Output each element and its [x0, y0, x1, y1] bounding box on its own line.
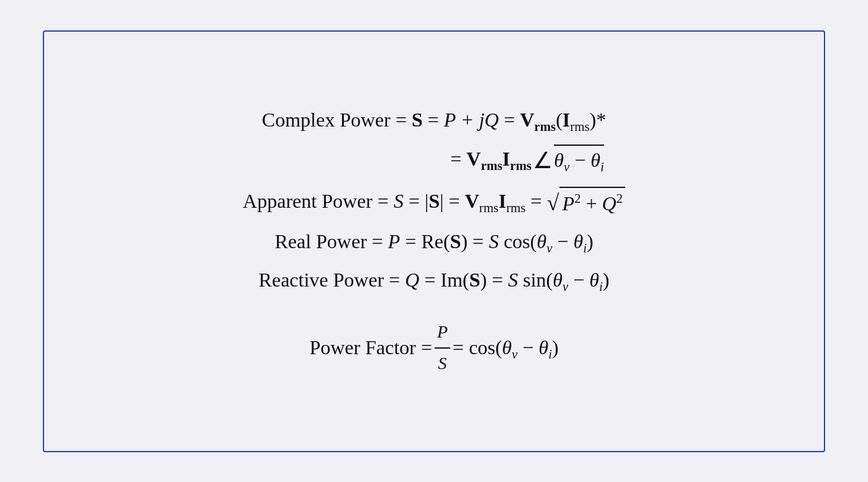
vrms-line2: VrmsIrms — [466, 148, 531, 170]
label-complex-power: Complex Power = — [262, 109, 412, 131]
angle-sym: ∠ — [533, 148, 553, 173]
irms-paren: (Irms)* — [556, 109, 606, 131]
complex-power-line2: = VrmsIrms∠θv − θi — [450, 143, 604, 179]
eq1: = — [423, 109, 444, 131]
reactive-power-line: Reactive Power = Q = Im(S) = S sin(θv − … — [259, 264, 610, 297]
angle-expression: θv − θi — [554, 145, 604, 177]
label-power-factor: Power Factor = — [309, 332, 432, 364]
pf-eq: = cos(θv − θi) — [453, 332, 559, 365]
apparent-power-line: Apparent Power = S = |S| = VrmsIrms = √P… — [243, 185, 625, 220]
pf-denominator: S — [436, 349, 450, 378]
pf-numerator: P — [435, 318, 450, 349]
vrms: Vrms — [520, 109, 556, 131]
pf-fraction: P S — [435, 318, 450, 378]
S-bold: S — [412, 109, 423, 131]
complex-power-line1: Complex Power = S = P + jQ = Vrms(Irms)* — [262, 104, 606, 137]
label-apparent-power: Apparent Power = S = |S| = VrmsIrms = — [243, 190, 547, 212]
eq-line2: = — [450, 148, 466, 170]
label-reactive-power: Reactive Power = Q = Im(S) = S sin(θv − … — [259, 269, 610, 291]
label-real-power: Real Power = P = Re(S) = S cos(θv − θi) — [274, 230, 593, 252]
formula-box: Complex Power = S = P + jQ = Vrms(Irms)*… — [43, 30, 825, 452]
sqrt-expression: √P2 + Q2 — [547, 187, 625, 220]
power-factor-line: Power Factor = P S = cos(θv − θi) — [309, 318, 558, 378]
eq2: = — [499, 109, 520, 131]
real-power-line: Real Power = P = Re(S) = S cos(θv − θi) — [274, 226, 593, 259]
pjq: P + jQ — [444, 109, 499, 131]
